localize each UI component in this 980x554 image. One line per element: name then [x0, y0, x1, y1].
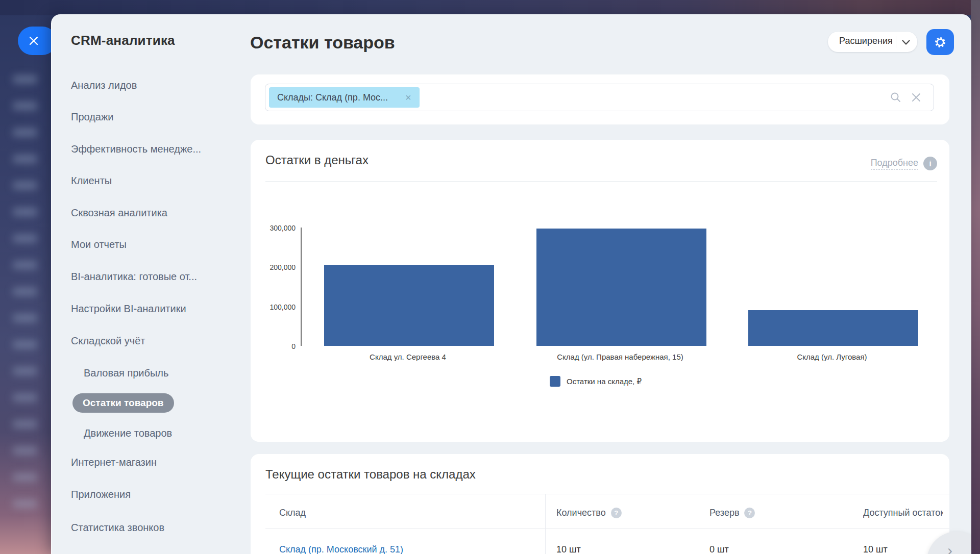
background-top-strip	[0, 0, 980, 15]
column-header-quantity: Количество ?	[556, 507, 622, 519]
divider	[265, 181, 937, 182]
sidebar-item[interactable]: Мои отчеты	[71, 238, 127, 251]
chart-y-axis: 300,000200,000100,0000	[251, 140, 296, 442]
table-row-quantity: 10 шт	[556, 543, 581, 554]
y-tick-label: 300,000	[251, 224, 296, 232]
bar-chart	[301, 228, 934, 346]
settings-button[interactable]	[926, 29, 954, 55]
x-category-label: Склад (ул. Правая набережная, 15)	[557, 352, 683, 361]
x-category-label: Склад (ул. Луговая)	[797, 352, 867, 361]
background-app-sidebar	[0, 0, 56, 554]
question-icon[interactable]: ?	[744, 508, 755, 518]
filter-search-input[interactable]: Склады: Склад (пр. Мос... ×	[265, 84, 934, 111]
bar-0[interactable]	[324, 265, 494, 346]
divider	[265, 494, 949, 494]
details-label[interactable]: Подробнее	[871, 158, 918, 170]
filter-tag-label: Склады: Склад (пр. Мос...	[277, 92, 388, 103]
filter-card: Склады: Склад (пр. Мос... ×	[251, 74, 949, 124]
sidebar-item[interactable]: Продажи	[71, 110, 114, 123]
bar-1[interactable]	[536, 229, 706, 346]
chevron-right-icon: ›	[947, 542, 952, 554]
x-category-label: Склад ул. Сергеева 4	[370, 352, 446, 361]
page-title: Остатки товаров	[250, 33, 395, 53]
y-tick-label: 200,000	[251, 263, 296, 271]
y-tick-label: 100,000	[251, 303, 296, 311]
background-sidebar-icons	[13, 75, 37, 524]
sidebar-item[interactable]: Статистика звонков	[71, 521, 164, 534]
gear-icon	[933, 35, 948, 50]
extensions-button[interactable]: Расширения	[828, 32, 917, 52]
filter-tag[interactable]: Склады: Склад (пр. Мос... ×	[269, 87, 420, 108]
legend-label: Остатки на складе, ₽	[567, 377, 642, 386]
sidebar-item[interactable]: Приложения	[71, 488, 131, 501]
sidebar-item[interactable]: Остатки товаров	[72, 393, 174, 413]
legend-swatch	[550, 376, 560, 387]
chart-x-labels: Склад ул. Сергеева 4Склад (ул. Правая на…	[301, 352, 934, 363]
divider	[265, 528, 949, 529]
column-header-reserve: Резерв ?	[709, 507, 755, 519]
sidebar-item[interactable]: Валовая прибыль	[84, 366, 168, 380]
extensions-label: Расширения	[839, 36, 893, 46]
sidebar-item[interactable]: Клиенты	[71, 174, 112, 187]
sidebar-item[interactable]: Настройки BI-аналитики	[71, 302, 186, 315]
column-header-warehouse: Склад	[279, 507, 306, 519]
chart-legend: Остатки на складе, ₽	[550, 376, 642, 387]
table-row-available: 10 шт	[863, 543, 888, 554]
bar-2[interactable]	[748, 310, 918, 346]
divider	[896, 36, 896, 48]
background-right-strip	[971, 0, 980, 554]
y-tick-label: 0	[251, 342, 296, 350]
panel-title: CRM-аналитика	[71, 33, 175, 48]
column-separator	[545, 494, 546, 554]
chevron-down-icon[interactable]	[901, 39, 911, 45]
money-remainder-card: Остатки в деньгах Подробнее i 300,000200…	[251, 140, 949, 442]
sidebar-item[interactable]: Эффективность менедже...	[71, 142, 201, 156]
question-icon[interactable]: ?	[611, 508, 622, 518]
stock-table-card: Текущие остатки товаров на складах Склад…	[251, 454, 949, 554]
close-icon	[29, 36, 39, 46]
sidebar-item[interactable]: BI-аналитика: готовые от...	[71, 270, 197, 283]
search-icon[interactable]	[890, 91, 902, 104]
table-row-warehouse-link[interactable]: Склад (пр. Московский д. 51)	[279, 543, 403, 554]
sidebar-item[interactable]: Движение товаров	[84, 426, 172, 440]
sidebar-item[interactable]: Сквозная аналитика	[71, 206, 167, 219]
table-card-title: Текущие остатки товаров на складах	[265, 467, 476, 482]
clear-search-icon[interactable]	[911, 92, 921, 103]
info-icon[interactable]: i	[923, 157, 937, 170]
crm-analytics-panel: CRM-аналитика Анализ лидовПродажиЭффекти…	[51, 14, 971, 554]
sidebar-item[interactable]: Анализ лидов	[71, 79, 137, 92]
filter-tag-remove-icon[interactable]: ×	[405, 92, 411, 103]
column-header-available: Доступный остаток	[863, 507, 943, 519]
sidebar-item[interactable]: Интернет-магазин	[71, 456, 157, 469]
sidebar-item[interactable]: Складской учёт	[71, 334, 145, 347]
details-link[interactable]: Подробнее i	[871, 157, 937, 170]
table-row-reserve: 0 шт	[709, 543, 729, 554]
